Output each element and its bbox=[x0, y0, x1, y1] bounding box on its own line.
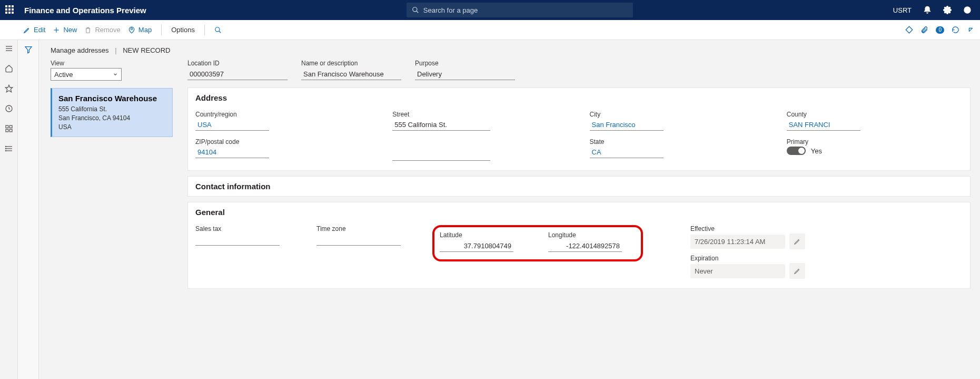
svg-rect-16 bbox=[9, 125, 12, 128]
name-label: Name or description bbox=[301, 60, 401, 67]
bell-icon[interactable] bbox=[923, 6, 932, 14]
svg-point-23 bbox=[5, 148, 6, 149]
svg-marker-25 bbox=[25, 47, 32, 53]
action-bar: Edit New Remove Map Options 0 bbox=[0, 20, 980, 40]
options-button[interactable]: Options bbox=[171, 26, 195, 34]
search-icon bbox=[412, 6, 419, 14]
timezone-field[interactable] bbox=[316, 234, 401, 246]
purpose-label: Purpose bbox=[415, 60, 515, 67]
filter-icon[interactable] bbox=[24, 45, 33, 54]
pencil-icon bbox=[794, 238, 801, 245]
home-icon[interactable] bbox=[5, 64, 13, 73]
left-nav-rail bbox=[0, 40, 18, 379]
latitude-field[interactable] bbox=[440, 240, 513, 252]
city-field[interactable] bbox=[590, 119, 664, 131]
effective-value: 7/26/2019 11:23:14 AM bbox=[690, 235, 785, 249]
effective-label: Effective bbox=[690, 225, 805, 232]
svg-point-4 bbox=[967, 12, 967, 12]
breadcrumb: Manage addresses | NEW RECORD bbox=[51, 46, 971, 54]
expiration-edit-button[interactable] bbox=[789, 263, 805, 279]
modules-icon[interactable] bbox=[5, 144, 13, 153]
county-field[interactable] bbox=[787, 119, 860, 131]
svg-point-8 bbox=[215, 27, 220, 31]
svg-marker-13 bbox=[5, 85, 12, 92]
primary-label: Primary bbox=[787, 138, 963, 145]
view-value: Active bbox=[54, 71, 73, 79]
purpose-field[interactable] bbox=[415, 68, 515, 80]
card-line3: USA bbox=[58, 123, 166, 132]
attach-icon[interactable] bbox=[920, 26, 928, 34]
state-field[interactable] bbox=[590, 146, 664, 158]
expiration-label: Expiration bbox=[690, 255, 805, 262]
message-badge[interactable]: 0 bbox=[936, 26, 944, 34]
zip-label: ZIP/postal code bbox=[195, 138, 371, 145]
effective-edit-button[interactable] bbox=[789, 234, 805, 249]
company-code[interactable]: USRT bbox=[893, 6, 912, 14]
recent-icon[interactable] bbox=[5, 104, 13, 113]
new-button[interactable]: New bbox=[53, 26, 77, 34]
filter-rail bbox=[18, 40, 39, 379]
view-label: View bbox=[51, 60, 177, 67]
app-title: Finance and Operations Preview bbox=[24, 6, 146, 15]
card-line1: 555 California St. bbox=[58, 105, 166, 114]
salestax-field[interactable] bbox=[195, 234, 280, 246]
name-field[interactable] bbox=[301, 68, 401, 80]
breadcrumb-root[interactable]: Manage addresses bbox=[51, 46, 109, 54]
hamburger-icon[interactable] bbox=[5, 44, 13, 53]
options-label: Options bbox=[171, 26, 195, 34]
map-button[interactable]: Map bbox=[128, 26, 152, 34]
svg-point-22 bbox=[5, 146, 6, 147]
location-id-label: Location ID bbox=[187, 60, 288, 67]
help-icon[interactable] bbox=[963, 6, 972, 14]
contact-header[interactable]: Contact information bbox=[188, 177, 970, 196]
address-section: Address Country/region ZIP/postal code bbox=[187, 88, 971, 171]
general-header[interactable]: General bbox=[188, 202, 970, 222]
general-section: General Sales tax Time zone bbox=[187, 202, 971, 289]
breadcrumb-current: NEW RECORD bbox=[123, 46, 170, 54]
svg-rect-18 bbox=[9, 129, 12, 132]
state-label: State bbox=[590, 138, 766, 145]
global-search[interactable]: Search for a page bbox=[407, 3, 633, 17]
edit-button[interactable]: Edit bbox=[23, 26, 45, 34]
contact-section: Contact information bbox=[187, 176, 971, 197]
latitude-label: Latitude bbox=[440, 231, 527, 239]
svg-point-7 bbox=[131, 27, 133, 30]
card-line2: San Francisco, CA 94104 bbox=[58, 114, 166, 123]
coordinates-highlight: Latitude Longitude bbox=[432, 225, 643, 261]
separator bbox=[204, 25, 205, 35]
refresh-icon[interactable] bbox=[952, 26, 959, 34]
card-title: San Francisco Warehouse bbox=[58, 94, 166, 103]
diamond-icon[interactable] bbox=[905, 26, 913, 34]
county-label: County bbox=[787, 111, 963, 118]
longitude-label: Longitude bbox=[548, 231, 636, 239]
edit-label: Edit bbox=[34, 26, 45, 34]
new-label: New bbox=[63, 26, 77, 34]
svg-rect-15 bbox=[6, 125, 8, 128]
expiration-value: Never bbox=[690, 264, 785, 278]
workspaces-icon[interactable] bbox=[5, 124, 13, 133]
location-id-field[interactable] bbox=[187, 68, 288, 80]
primary-toggle[interactable] bbox=[787, 147, 806, 155]
address-header[interactable]: Address bbox=[188, 88, 970, 108]
remove-button[interactable]: Remove bbox=[84, 26, 120, 34]
map-label: Map bbox=[138, 26, 152, 34]
svg-line-9 bbox=[219, 31, 221, 33]
country-field[interactable] bbox=[195, 119, 269, 131]
address-card[interactable]: San Francisco Warehouse 555 California S… bbox=[51, 88, 173, 137]
svg-line-1 bbox=[417, 11, 419, 13]
star-icon[interactable] bbox=[5, 84, 13, 93]
street-field[interactable] bbox=[392, 119, 490, 131]
timezone-label: Time zone bbox=[316, 225, 422, 232]
app-launcher-icon[interactable] bbox=[5, 5, 15, 15]
longitude-field[interactable] bbox=[548, 240, 622, 252]
view-select[interactable]: Active bbox=[51, 68, 122, 81]
street-label: Street bbox=[392, 111, 568, 118]
salestax-label: Sales tax bbox=[195, 225, 306, 232]
top-navbar: Finance and Operations Preview Search fo… bbox=[0, 0, 980, 20]
primary-toggle-text: Yes bbox=[811, 147, 822, 155]
svg-point-0 bbox=[413, 7, 417, 12]
find-button[interactable] bbox=[214, 26, 222, 34]
gear-icon[interactable] bbox=[943, 6, 952, 14]
popout-icon[interactable] bbox=[967, 26, 975, 34]
zip-field[interactable] bbox=[195, 146, 269, 158]
